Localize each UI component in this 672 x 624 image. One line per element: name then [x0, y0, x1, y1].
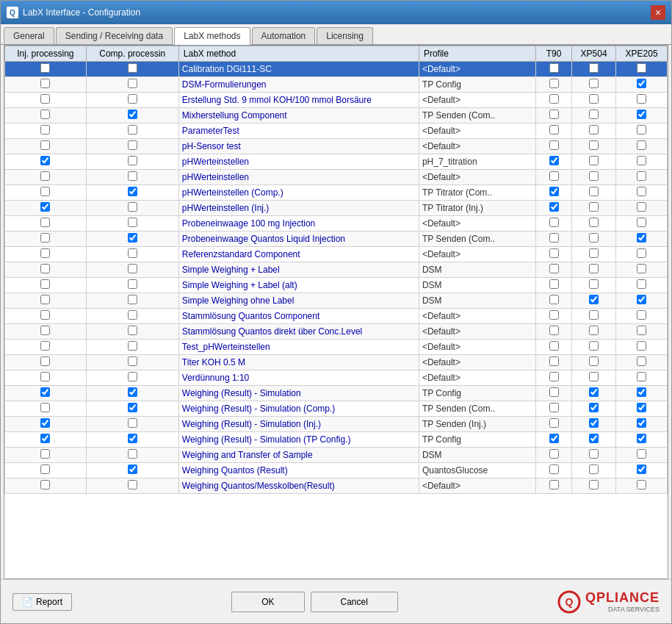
checkbox-col-t90[interactable]	[549, 279, 559, 289]
table-row[interactable]: Weighing Quantos (Result)QuantosGlucose	[5, 463, 668, 478]
checkbox-col-xp504[interactable]	[589, 449, 599, 459]
table-row[interactable]: Probeneinwaage Quantos Liquid InjectionT…	[5, 232, 668, 247]
checkbox-col-xpe205[interactable]	[637, 326, 646, 335]
checkbox-col-comp[interactable]	[128, 295, 137, 304]
table-row[interactable]: Weighing (Result) - SimulationTP Config	[5, 386, 668, 401]
checkbox-col-comp[interactable]	[128, 387, 137, 397]
checkbox-col-t90[interactable]	[549, 140, 559, 150]
checkbox-col-inj[interactable]	[40, 218, 50, 227]
checkbox-col-comp[interactable]	[128, 171, 137, 181]
table-row[interactable]: Probeneinwaage 100 mg Injection<Default>	[5, 216, 668, 232]
table-row[interactable]: pHWerteinstellenpH_7_titration	[5, 154, 668, 170]
checkbox-col-xp504[interactable]	[589, 187, 599, 196]
checkbox-col-comp[interactable]	[128, 279, 137, 289]
checkbox-col-t90[interactable]	[549, 480, 559, 489]
checkbox-col-t90[interactable]	[549, 248, 559, 258]
checkbox-col-comp[interactable]	[128, 110, 137, 119]
table-row[interactable]: pH-Sensor test<Default>	[5, 139, 668, 154]
checkbox-col-inj[interactable]	[40, 418, 50, 428]
checkbox-col-xpe205[interactable]	[637, 233, 646, 243]
checkbox-col-xpe205[interactable]	[637, 279, 646, 289]
checkbox-col-inj[interactable]	[40, 480, 50, 489]
checkbox-col-inj[interactable]	[40, 372, 50, 381]
checkbox-col-inj[interactable]	[40, 295, 50, 304]
table-row[interactable]: ParameterTest<Default>	[5, 123, 668, 139]
checkbox-col-xpe205[interactable]	[637, 110, 646, 119]
checkbox-col-xp504[interactable]	[589, 156, 599, 165]
checkbox-col-comp[interactable]	[128, 79, 137, 88]
table-row[interactable]: Stammlösung Quantos Component<Default>	[5, 309, 668, 324]
checkbox-col-comp[interactable]	[128, 202, 137, 212]
checkbox-col-t90[interactable]	[549, 326, 559, 335]
table-row[interactable]: Titer KOH 0.5 M<Default>	[5, 355, 668, 370]
checkbox-col-xp504[interactable]	[589, 171, 599, 181]
checkbox-col-xp504[interactable]	[589, 94, 599, 104]
checkbox-col-comp[interactable]	[128, 156, 137, 165]
checkbox-col-inj[interactable]	[40, 387, 50, 397]
checkbox-col-t90[interactable]	[549, 202, 559, 212]
checkbox-col-inj[interactable]	[40, 449, 50, 459]
checkbox-col-xp504[interactable]	[589, 125, 599, 135]
checkbox-col-comp[interactable]	[128, 356, 137, 366]
table-row[interactable]: pHWerteinstellen (Comp.)TP Titrator (Com…	[5, 185, 668, 201]
checkbox-col-inj[interactable]	[40, 125, 50, 135]
checkbox-col-xp504[interactable]	[589, 434, 599, 443]
checkbox-col-comp[interactable]	[128, 449, 137, 459]
checkbox-col-xpe205[interactable]	[637, 79, 646, 88]
checkbox-col-comp[interactable]	[128, 125, 137, 135]
checkbox-col-xp504[interactable]	[589, 326, 599, 335]
checkbox-col-t90[interactable]	[549, 218, 559, 227]
checkbox-col-xpe205[interactable]	[637, 372, 646, 381]
table-container[interactable]: Inj. processing Comp. processin LabX met…	[4, 46, 668, 578]
checkbox-col-inj[interactable]	[40, 156, 50, 165]
checkbox-col-comp[interactable]	[128, 140, 137, 150]
tab-sending[interactable]: Sending / Receiving data	[56, 27, 173, 44]
checkbox-col-xpe205[interactable]	[637, 434, 646, 443]
checkbox-col-inj[interactable]	[40, 187, 50, 196]
checkbox-col-xpe205[interactable]	[637, 140, 646, 150]
checkbox-col-comp[interactable]	[128, 310, 137, 320]
tab-general[interactable]: General	[4, 27, 54, 44]
checkbox-col-xp504[interactable]	[589, 341, 599, 351]
checkbox-col-xpe205[interactable]	[637, 449, 646, 459]
checkbox-col-xp504[interactable]	[589, 372, 599, 381]
checkbox-col-xpe205[interactable]	[637, 218, 646, 227]
checkbox-col-comp[interactable]	[128, 480, 137, 489]
checkbox-col-xp504[interactable]	[589, 233, 599, 243]
checkbox-col-xpe205[interactable]	[637, 171, 646, 181]
table-row[interactable]: Referenzstandard Component<Default>	[5, 247, 668, 262]
checkbox-col-comp[interactable]	[128, 94, 137, 104]
table-row[interactable]: Test_pHWerteinstellen<Default>	[5, 340, 668, 355]
checkbox-col-t90[interactable]	[549, 94, 559, 104]
checkbox-col-comp[interactable]	[128, 63, 137, 73]
checkbox-col-inj[interactable]	[40, 356, 50, 366]
table-row[interactable]: pHWerteinstellen (Inj.)TP Titrator (Inj.…	[5, 201, 668, 216]
checkbox-col-xp504[interactable]	[589, 403, 599, 412]
checkbox-col-comp[interactable]	[128, 233, 137, 243]
checkbox-col-t90[interactable]	[549, 295, 559, 304]
ok-button[interactable]: OK	[231, 592, 304, 612]
checkbox-col-comp[interactable]	[128, 248, 137, 258]
tab-licensing[interactable]: Licensing	[317, 27, 373, 44]
checkbox-col-comp[interactable]	[128, 341, 137, 351]
checkbox-col-xpe205[interactable]	[637, 418, 646, 428]
checkbox-col-comp[interactable]	[128, 403, 137, 412]
table-row[interactable]: Simple Weighing ohne LabelDSM	[5, 293, 668, 309]
table-row[interactable]: Weighing (Result) - Simulation (Comp.)TP…	[5, 401, 668, 417]
checkbox-col-xp504[interactable]	[589, 218, 599, 227]
checkbox-col-xp504[interactable]	[589, 248, 599, 258]
checkbox-col-xp504[interactable]	[589, 465, 599, 474]
checkbox-col-comp[interactable]	[128, 326, 137, 335]
checkbox-col-xp504[interactable]	[589, 356, 599, 366]
checkbox-col-inj[interactable]	[40, 465, 50, 474]
checkbox-col-xp504[interactable]	[589, 295, 599, 304]
checkbox-col-inj[interactable]	[40, 202, 50, 212]
checkbox-col-xpe205[interactable]	[637, 156, 646, 165]
checkbox-col-xpe205[interactable]	[637, 465, 646, 474]
checkbox-col-comp[interactable]	[128, 264, 137, 273]
checkbox-col-inj[interactable]	[40, 264, 50, 273]
table-row[interactable]: Weighing (Result) - Simulation (TP Confi…	[5, 432, 668, 448]
checkbox-col-inj[interactable]	[40, 110, 50, 119]
checkbox-col-inj[interactable]	[40, 310, 50, 320]
checkbox-col-xp504[interactable]	[589, 279, 599, 289]
